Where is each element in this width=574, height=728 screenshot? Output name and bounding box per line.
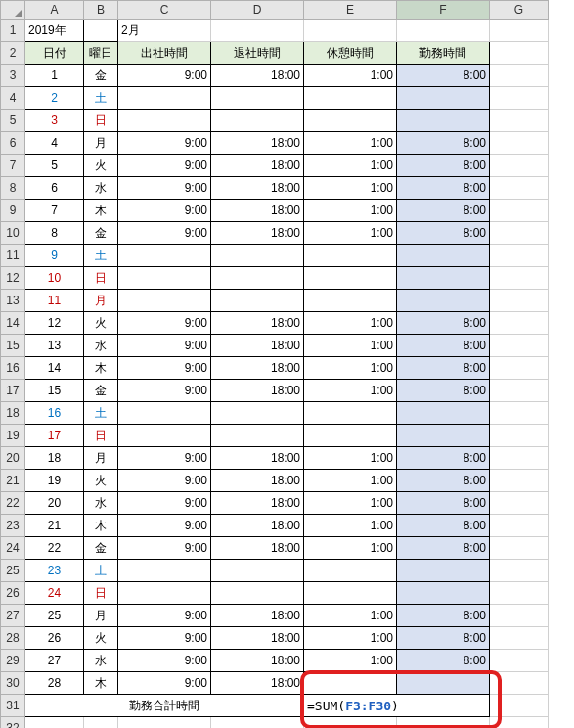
end-cell[interactable]: 18:00 <box>211 155 304 177</box>
row-header-1[interactable]: 1 <box>1 20 25 42</box>
work-cell[interactable]: 8:00 <box>397 470 490 492</box>
start-cell[interactable]: 9:00 <box>118 492 211 515</box>
cell-B32[interactable] <box>84 717 118 729</box>
col-header-C[interactable]: C <box>118 1 211 20</box>
row-header-20[interactable]: 20 <box>1 447 25 470</box>
row-header-12[interactable]: 12 <box>1 267 25 290</box>
end-cell[interactable]: 18:00 <box>211 177 304 200</box>
select-all-corner[interactable] <box>1 1 25 20</box>
row-header-31[interactable]: 31 <box>1 695 25 717</box>
dow-cell[interactable]: 火 <box>84 627 118 650</box>
end-cell[interactable]: 18:00 <box>211 537 304 560</box>
date-cell[interactable]: 15 <box>25 380 84 402</box>
rest-cell[interactable]: 1:00 <box>304 357 397 380</box>
start-cell[interactable] <box>118 245 211 267</box>
rest-cell[interactable] <box>304 290 397 312</box>
row-header-19[interactable]: 19 <box>1 425 25 447</box>
work-cell[interactable] <box>397 267 490 290</box>
work-cell[interactable]: 8:00 <box>397 357 490 380</box>
start-cell[interactable]: 9:00 <box>118 357 211 380</box>
cell-g18[interactable] <box>490 402 549 425</box>
start-cell[interactable] <box>118 290 211 312</box>
dow-cell[interactable]: 火 <box>84 470 118 492</box>
start-cell[interactable] <box>118 425 211 447</box>
col-header-B[interactable]: B <box>84 1 118 20</box>
date-cell[interactable]: 20 <box>25 492 84 515</box>
end-cell[interactable] <box>211 560 304 582</box>
dow-cell[interactable]: 木 <box>84 200 118 222</box>
rest-cell[interactable]: 1:00 <box>304 65 397 87</box>
date-cell[interactable]: 14 <box>25 357 84 380</box>
cell-b1[interactable] <box>84 20 118 42</box>
row-header-28[interactable]: 28 <box>1 627 25 650</box>
end-cell[interactable]: 18:00 <box>211 312 304 335</box>
start-cell[interactable]: 9:00 <box>118 470 211 492</box>
dow-cell[interactable]: 水 <box>84 650 118 672</box>
cell-F32[interactable] <box>397 717 490 729</box>
dow-cell[interactable]: 土 <box>84 402 118 425</box>
dow-cell[interactable]: 金 <box>84 65 118 87</box>
row-header-16[interactable]: 16 <box>1 357 25 380</box>
date-cell[interactable]: 25 <box>25 605 84 627</box>
col-header-G[interactable]: G <box>490 1 549 20</box>
date-cell[interactable]: 27 <box>25 650 84 672</box>
date-cell[interactable]: 26 <box>25 627 84 650</box>
rest-cell[interactable] <box>304 672 397 695</box>
start-cell[interactable]: 9:00 <box>118 132 211 155</box>
cell-A32[interactable] <box>25 717 84 729</box>
dow-cell[interactable]: 水 <box>84 335 118 357</box>
work-cell[interactable]: 8:00 <box>397 132 490 155</box>
cell-g9[interactable] <box>490 200 549 222</box>
rest-cell[interactable]: 1:00 <box>304 155 397 177</box>
date-cell[interactable]: 12 <box>25 312 84 335</box>
date-cell[interactable]: 24 <box>25 582 84 605</box>
row-header-17[interactable]: 17 <box>1 380 25 402</box>
work-cell[interactable] <box>397 672 490 695</box>
work-cell[interactable]: 8:00 <box>397 335 490 357</box>
rest-cell[interactable] <box>304 245 397 267</box>
start-cell[interactable]: 9:00 <box>118 222 211 245</box>
rest-cell[interactable] <box>304 582 397 605</box>
row-header-26[interactable]: 26 <box>1 582 25 605</box>
header-dow[interactable]: 曜日 <box>84 42 118 65</box>
dow-cell[interactable]: 月 <box>84 605 118 627</box>
cell-g11[interactable] <box>490 245 549 267</box>
start-cell[interactable]: 9:00 <box>118 335 211 357</box>
work-cell[interactable]: 8:00 <box>397 627 490 650</box>
rest-cell[interactable] <box>304 110 397 132</box>
work-cell[interactable]: 8:00 <box>397 177 490 200</box>
row-header-4[interactable]: 4 <box>1 87 25 110</box>
start-cell[interactable]: 9:00 <box>118 537 211 560</box>
cell-g24[interactable] <box>490 537 549 560</box>
year-cell[interactable]: 2019年 <box>25 20 84 42</box>
dow-cell[interactable]: 土 <box>84 245 118 267</box>
work-cell[interactable] <box>397 402 490 425</box>
rest-cell[interactable]: 1:00 <box>304 627 397 650</box>
start-cell[interactable]: 9:00 <box>118 447 211 470</box>
cell-g27[interactable] <box>490 605 549 627</box>
cell-g10[interactable] <box>490 222 549 245</box>
end-cell[interactable] <box>211 110 304 132</box>
cell-g3[interactable] <box>490 65 549 87</box>
date-cell[interactable]: 3 <box>25 110 84 132</box>
rest-cell[interactable]: 1:00 <box>304 132 397 155</box>
end-cell[interactable]: 18:00 <box>211 515 304 537</box>
dow-cell[interactable]: 火 <box>84 155 118 177</box>
cell-g20[interactable] <box>490 447 549 470</box>
cell-g15[interactable] <box>490 335 549 357</box>
date-cell[interactable]: 1 <box>25 65 84 87</box>
date-cell[interactable]: 6 <box>25 177 84 200</box>
end-cell[interactable]: 18:00 <box>211 492 304 515</box>
dow-cell[interactable]: 日 <box>84 267 118 290</box>
cell-d1[interactable] <box>211 20 304 42</box>
start-cell[interactable]: 9:00 <box>118 200 211 222</box>
row-header-18[interactable]: 18 <box>1 402 25 425</box>
work-cell[interactable]: 8:00 <box>397 650 490 672</box>
row-header-21[interactable]: 21 <box>1 470 25 492</box>
rest-cell[interactable] <box>304 402 397 425</box>
start-cell[interactable] <box>118 110 211 132</box>
row-header-7[interactable]: 7 <box>1 155 25 177</box>
work-cell[interactable] <box>397 425 490 447</box>
row-header-5[interactable]: 5 <box>1 110 25 132</box>
date-cell[interactable]: 21 <box>25 515 84 537</box>
